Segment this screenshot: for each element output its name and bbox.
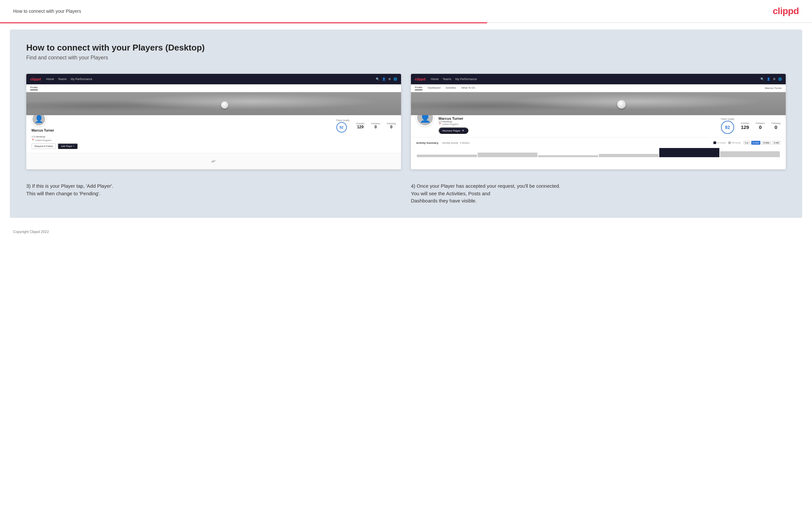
- player-quality-1: Player Quality 92: [336, 119, 350, 132]
- profile-section-1: 👤 Marcus Turner 1-5 Handicap 📍 United Ki…: [26, 115, 401, 153]
- search-icon-1[interactable]: 🔍: [376, 77, 379, 81]
- nav-my-performance-1[interactable]: My Performance: [70, 77, 92, 81]
- step4-text: 4) Once your Player has accepted your re…: [411, 182, 786, 205]
- tab-activities-2[interactable]: Activities: [446, 86, 456, 90]
- pen-area: ✒: [26, 153, 401, 169]
- page-subtitle: Find and connect with your Players: [26, 55, 786, 61]
- nav-teams-1[interactable]: Teams: [58, 77, 67, 81]
- nav-teams-2[interactable]: Teams: [443, 77, 451, 81]
- globe-icon-2[interactable]: 🌐: [778, 77, 782, 81]
- request-follow-button[interactable]: Request to Follow: [32, 144, 56, 149]
- settings-icon-2[interactable]: ⚙: [773, 77, 775, 81]
- activity-summary: Activity Summary Monthly Activity · 6 Mo…: [411, 137, 786, 161]
- app-nav-icons-1: 🔍 👤 ⚙ 🌐: [376, 77, 397, 81]
- golf-banner-1: [26, 92, 401, 115]
- app-logo-1: clippd: [30, 77, 41, 81]
- app-nav-icons-2: 🔍 👤 ⚙ 🌐: [760, 77, 782, 81]
- add-player-button[interactable]: Add Player +: [58, 144, 78, 149]
- bar-2: [477, 153, 538, 157]
- legend-off-course: [728, 142, 731, 144]
- page-breadcrumb: How to connect with your Players: [13, 8, 81, 14]
- user-icon-2[interactable]: 👤: [767, 77, 770, 81]
- activity-period: Monthly Activity · 6 Months: [443, 142, 470, 144]
- golf-banner-2: [411, 92, 786, 115]
- legend-on-course: [713, 142, 716, 144]
- pq-circle-2: 92: [721, 121, 734, 134]
- app-tabs-1: Profile: [26, 84, 401, 92]
- bar-5: [659, 148, 719, 157]
- profile-info-2: Marcus Turner 1-5 Handicap 📍 United King…: [439, 115, 716, 134]
- screenshot-1: clippd Home Teams My Performance 🔍 👤 ⚙ 🌐…: [26, 74, 401, 169]
- stat-activities-1: Activities 129: [356, 122, 365, 129]
- tab-profile-1[interactable]: Profile: [30, 86, 38, 90]
- tab-6mths[interactable]: 6 mths: [751, 141, 760, 145]
- app-nav-links-2: Home Teams My Performance: [430, 77, 477, 81]
- stat-followers-1: Followers 0: [371, 122, 380, 129]
- profile-info-1: Marcus Turner 1-5 Handicap 📍 United King…: [32, 127, 54, 142]
- app-navbar-1: clippd Home Teams My Performance 🔍 👤 ⚙ 🌐: [26, 74, 401, 84]
- tab-3mths[interactable]: 3 mths: [762, 141, 771, 145]
- pen-icon: ✒: [210, 157, 217, 166]
- app-navbar-2: clippd Home Teams My Performance 🔍 👤 ⚙ 🌐: [411, 74, 786, 84]
- bar-4: [599, 154, 659, 157]
- globe-icon-1[interactable]: 🌐: [394, 77, 397, 81]
- player-handicap-2: 1-5 Handicap: [439, 120, 716, 123]
- golf-ball-2: [617, 100, 626, 109]
- description-step3: 3) If this is your Player tap, 'Add Play…: [26, 182, 401, 205]
- top-bar: How to connect with your Players clippd: [0, 0, 812, 23]
- stat-activities-2: Activities 129: [741, 122, 749, 130]
- app-tabs-2: Profile Dashboard Activities What To On …: [411, 84, 786, 92]
- player-handicap-1: 1-5 Handicap: [32, 135, 45, 138]
- stat-following-2: Following 0: [772, 122, 780, 130]
- page-title: How to connect with your Players (Deskto…: [26, 43, 786, 53]
- settings-icon-1[interactable]: ⚙: [388, 77, 391, 81]
- nav-my-performance-2[interactable]: My Performance: [455, 77, 477, 81]
- tab-what-to-do-2[interactable]: What To On: [461, 86, 475, 90]
- nav-home-2[interactable]: Home: [430, 77, 439, 81]
- pq-circle-1: 92: [336, 122, 347, 132]
- search-icon-2[interactable]: 🔍: [760, 77, 764, 81]
- footer: Copyright Clippd 2022: [0, 224, 812, 239]
- player-name-1: Marcus Turner: [32, 129, 54, 132]
- tab-1yr[interactable]: 1 yr: [743, 141, 750, 145]
- activity-header: Activity Summary Monthly Activity · 6 Mo…: [416, 141, 780, 145]
- activity-chart: [416, 147, 780, 157]
- tab-profile-2[interactable]: Profile: [415, 86, 422, 90]
- copyright-text: Copyright Clippd 2022: [13, 230, 49, 234]
- player-quality-2: Player Quality 92: [721, 118, 734, 134]
- player-location-1: 📍 United Kingdom: [32, 139, 54, 142]
- time-filter-tabs: 1 yr 6 mths 3 mths 1 mth: [743, 141, 780, 145]
- bar-6: [720, 151, 780, 157]
- profile-actions-1: Request to Follow Add Player +: [32, 144, 78, 149]
- tab-1mth[interactable]: 1 mth: [772, 141, 780, 145]
- tab-dashboard-2[interactable]: Dashboard: [428, 86, 441, 90]
- app-nav-links-1: Home Teams My Performance: [46, 77, 92, 81]
- nav-home-1[interactable]: Home: [46, 77, 54, 81]
- bar-3: [538, 155, 598, 157]
- remove-player-button[interactable]: Remove Player ✕: [439, 127, 468, 134]
- stat-followers-2: Followers 0: [756, 122, 765, 130]
- screenshot-2: clippd Home Teams My Performance 🔍 👤 ⚙ 🌐…: [411, 74, 786, 169]
- screenshots-row: clippd Home Teams My Performance 🔍 👤 ⚙ 🌐…: [26, 74, 786, 169]
- stat-following-1: Following 0: [387, 122, 396, 129]
- player-location-2: 📍 United Kingdom: [439, 123, 716, 125]
- activity-legend: On course Off course 1 yr 6 mths 3 mths …: [713, 141, 780, 145]
- profile-right-1: Player Quality 92 Activities 129 Followe…: [336, 119, 396, 132]
- activity-title: Activity Summary: [416, 142, 439, 145]
- description-section: 3) If this is your Player tap, 'Add Play…: [26, 182, 786, 205]
- clippd-logo: clippd: [773, 6, 799, 16]
- player-name-2: Marcus Turner: [439, 116, 716, 120]
- description-step4: 4) Once your Player has accepted your re…: [411, 182, 786, 205]
- main-content: How to connect with your Players (Deskto…: [10, 30, 802, 218]
- bar-1: [417, 155, 477, 157]
- step3-text: 3) If this is your Player tap, 'Add Play…: [26, 182, 401, 197]
- profile-section-2: 👤 Marcus Turner 1-5 Handicap 📍 United Ki…: [411, 115, 786, 137]
- profile-left-1: 👤 Marcus Turner 1-5 Handicap 📍 United Ki…: [32, 119, 78, 149]
- app-logo-2: clippd: [415, 77, 425, 81]
- user-dropdown-2[interactable]: Marcus Turner: [765, 87, 782, 90]
- profile-right-2: Player Quality 92 Activities 129 Followe…: [721, 115, 780, 134]
- user-icon-1[interactable]: 👤: [382, 77, 386, 81]
